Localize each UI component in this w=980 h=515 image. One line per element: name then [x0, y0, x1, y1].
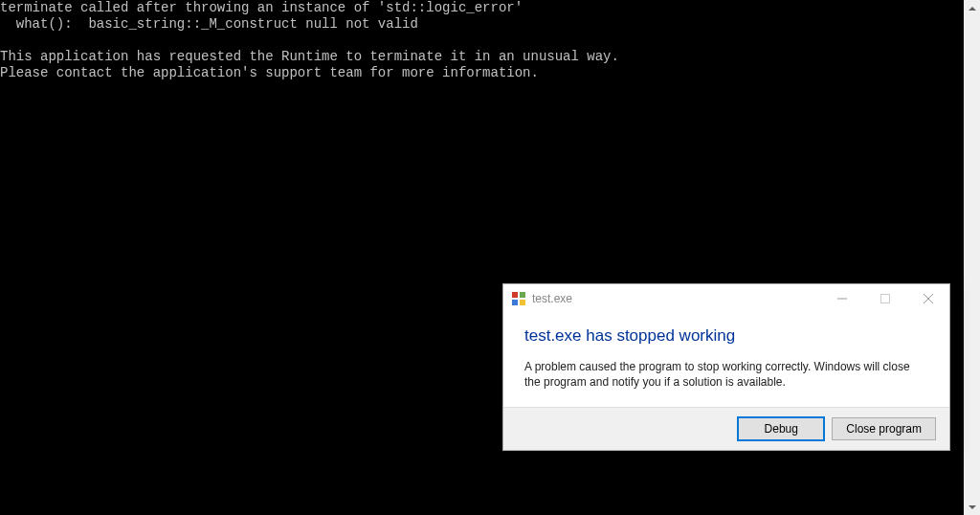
dialog-title: test.exe — [532, 292, 820, 305]
terminal-line: what(): basic_string::_M_construct null … — [0, 16, 418, 32]
terminal-line: This application has requested the Runti… — [0, 49, 619, 64]
terminal-line: Please contact the application's support… — [0, 65, 539, 80]
dialog-heading: test.exe has stopped working — [524, 326, 928, 346]
svg-rect-0 — [512, 292, 518, 298]
minimize-button[interactable] — [820, 284, 863, 313]
dialog-body: test.exe has stopped working A problem c… — [503, 313, 949, 407]
terminal-line: terminate called after throwing an insta… — [0, 0, 523, 15]
maximize-button[interactable] — [863, 284, 906, 313]
vertical-scrollbar[interactable] — [964, 0, 980, 515]
scroll-down-arrow-icon[interactable] — [964, 499, 980, 515]
debug-button[interactable]: Debug — [738, 417, 824, 440]
dialog-footer: Debug Close program — [503, 407, 949, 450]
dialog-message: A problem caused the program to stop wor… — [524, 359, 928, 390]
app-icon — [511, 291, 526, 306]
scroll-up-arrow-icon[interactable] — [964, 0, 980, 16]
close-program-button[interactable]: Close program — [832, 417, 936, 440]
close-button[interactable] — [906, 284, 949, 313]
window-controls — [820, 284, 949, 313]
svg-rect-1 — [520, 292, 525, 298]
svg-rect-3 — [520, 300, 525, 305]
svg-rect-2 — [512, 300, 518, 305]
dialog-titlebar[interactable]: test.exe — [503, 284, 949, 313]
svg-rect-5 — [880, 295, 889, 303]
scroll-track[interactable] — [964, 16, 980, 499]
error-dialog: test.exe test.exe has stopped working A … — [502, 283, 950, 451]
